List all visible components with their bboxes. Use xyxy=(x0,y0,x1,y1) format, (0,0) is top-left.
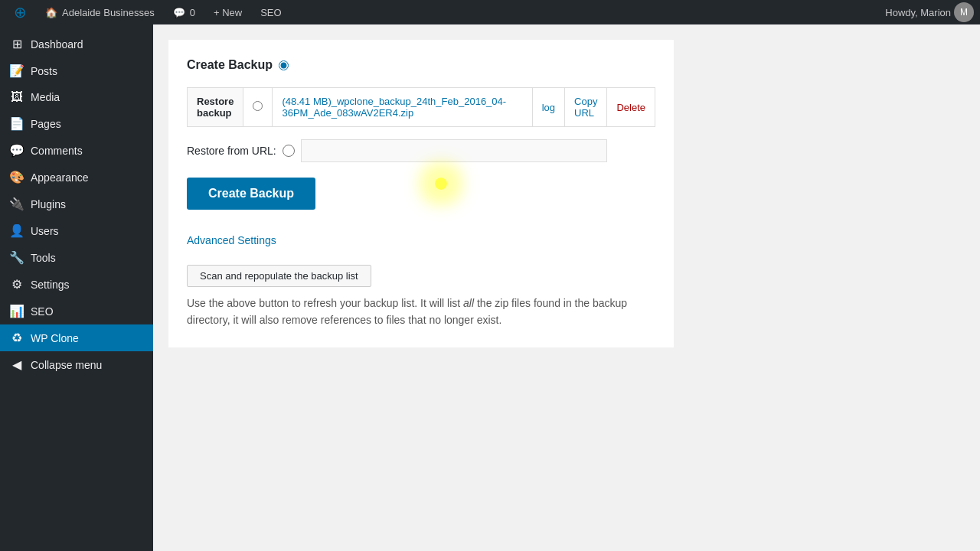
restore-url-row: Restore from URL: xyxy=(187,139,655,162)
avatar-initial: M xyxy=(960,7,968,18)
avatar[interactable]: M xyxy=(954,2,974,22)
create-backup-radio[interactable] xyxy=(279,60,289,70)
sidebar-item-plugins[interactable]: 🔌 Plugins xyxy=(0,191,153,217)
comments-sidebar-icon: 💬 xyxy=(9,143,24,158)
delete-cell: Delete xyxy=(607,88,655,127)
sidebar-item-dashboard-label: Dashboard xyxy=(31,38,83,51)
advanced-settings-link[interactable]: Advanced Settings xyxy=(187,234,655,246)
settings-icon: ⚙ xyxy=(9,277,24,292)
restore-backup-radio[interactable] xyxy=(253,101,263,111)
restore-url-label: Restore from URL: xyxy=(187,145,276,157)
admin-bar-right: Howdy, Marion M xyxy=(885,2,974,22)
sidebar-item-plugins-label: Plugins xyxy=(31,198,66,210)
sidebar-item-users[interactable]: 👤 Users xyxy=(0,217,153,244)
sidebar-item-seo-label: SEO xyxy=(31,305,54,318)
sidebar-item-dashboard[interactable]: ⊞ Dashboard xyxy=(0,31,153,57)
create-backup-title: Create Backup xyxy=(187,58,273,72)
sidebar-item-settings[interactable]: ⚙ Settings xyxy=(0,271,153,298)
sidebar-item-comments[interactable]: 💬 Comments xyxy=(0,137,153,164)
site-name-label: Adelaide Businesses xyxy=(62,7,155,18)
delete-link[interactable]: Delete xyxy=(616,102,645,113)
scan-description: Use the above button to refresh your bac… xyxy=(187,295,646,329)
sidebar-item-appearance-label: Appearance xyxy=(31,171,89,184)
restore-backup-label: Restorebackup xyxy=(188,88,243,127)
plugins-icon: 🔌 xyxy=(9,197,24,211)
wp-logo-button[interactable]: ⊕ xyxy=(6,0,34,24)
main-content: Create Backup Restorebackup (48.41 MB)_w… xyxy=(153,24,980,551)
sidebar-item-appearance[interactable]: 🎨 Appearance xyxy=(0,164,153,191)
log-link[interactable]: log xyxy=(542,102,555,113)
new-label: + New xyxy=(214,7,242,18)
seo-button[interactable]: SEO xyxy=(253,0,289,24)
sidebar-item-comments-label: Comments xyxy=(31,145,83,157)
content-area: Create Backup Restorebackup (48.41 MB)_w… xyxy=(168,40,674,347)
wp-logo-icon: ⊕ xyxy=(14,3,27,21)
pages-icon: 📄 xyxy=(9,116,24,131)
backup-table: Restorebackup (48.41 MB)_wpclone_backup_… xyxy=(187,87,655,127)
description-text-before: Use the above button to refresh your bac… xyxy=(187,297,463,309)
sidebar-item-settings-label: Settings xyxy=(31,279,70,291)
log-cell: log xyxy=(532,88,564,127)
scan-backup-button[interactable]: Scan and repopulate the backup list xyxy=(187,265,371,287)
users-icon: 👤 xyxy=(9,223,24,238)
sidebar-item-pages[interactable]: 📄 Pages xyxy=(0,110,153,137)
home-icon: 🏠 xyxy=(45,7,57,18)
sidebar-item-wpclone[interactable]: ♻ WP Clone xyxy=(0,324,153,351)
sidebar-item-wpclone-label: WP Clone xyxy=(31,332,79,344)
sidebar-item-media[interactable]: 🖼 Media xyxy=(0,84,153,110)
sidebar-item-collapse[interactable]: ◀ Collapse menu xyxy=(0,351,153,378)
create-backup-header: Create Backup xyxy=(187,58,655,72)
sidebar-item-tools-label: Tools xyxy=(31,252,56,264)
sidebar-item-seo[interactable]: 📊 SEO xyxy=(0,298,153,324)
table-row: Restorebackup (48.41 MB)_wpclone_backup_… xyxy=(188,88,655,127)
dashboard-icon: ⊞ xyxy=(9,37,24,51)
description-emphasis: all xyxy=(463,297,474,309)
layout: ⊞ Dashboard 📝 Posts 🖼 Media 📄 Pages 💬 Co… xyxy=(0,24,980,551)
backup-file-cell: (48.41 MB)_wpclone_backup_24th_Feb_2016_… xyxy=(273,88,532,127)
site-name-button[interactable]: 🏠 Adelaide Businesses xyxy=(38,0,162,24)
sidebar-item-users-label: Users xyxy=(31,225,59,237)
copy-url-cell: CopyURL xyxy=(565,88,607,127)
collapse-icon: ◀ xyxy=(9,357,24,372)
comments-count: 0 xyxy=(190,7,195,18)
restore-radio-cell[interactable] xyxy=(243,88,273,127)
backup-file-link[interactable]: (48.41 MB)_wpclone_backup_24th_Feb_2016_… xyxy=(282,96,506,119)
appearance-icon: 🎨 xyxy=(9,170,24,184)
posts-icon: 📝 xyxy=(9,64,24,78)
sidebar-item-pages-label: Pages xyxy=(31,118,61,130)
new-button[interactable]: + New xyxy=(206,0,250,24)
sidebar-item-posts-label: Posts xyxy=(31,65,57,77)
tools-icon: 🔧 xyxy=(9,250,24,265)
wpclone-icon: ♻ xyxy=(9,331,24,345)
comments-icon: 💬 xyxy=(173,7,185,18)
media-icon: 🖼 xyxy=(9,90,24,104)
create-backup-button[interactable]: Create Backup xyxy=(187,178,315,210)
howdy-text: Howdy, Marion xyxy=(885,7,951,18)
sidebar: ⊞ Dashboard 📝 Posts 🖼 Media 📄 Pages 💬 Co… xyxy=(0,24,153,551)
sidebar-item-media-label: Media xyxy=(31,91,60,103)
seo-sidebar-icon: 📊 xyxy=(9,304,24,318)
admin-bar: ⊕ 🏠 Adelaide Businesses 💬 0 + New SEO Ho… xyxy=(0,0,980,24)
scan-section: Scan and repopulate the backup list Use … xyxy=(187,265,655,329)
sidebar-item-collapse-label: Collapse menu xyxy=(31,359,102,371)
restore-url-input[interactable] xyxy=(301,139,607,162)
sidebar-item-tools[interactable]: 🔧 Tools xyxy=(0,244,153,271)
seo-label: SEO xyxy=(260,7,281,18)
copy-url-link[interactable]: CopyURL xyxy=(574,96,597,119)
restore-url-radio[interactable] xyxy=(283,145,295,157)
comments-button[interactable]: 💬 0 xyxy=(165,0,203,24)
sidebar-item-posts[interactable]: 📝 Posts xyxy=(0,57,153,84)
